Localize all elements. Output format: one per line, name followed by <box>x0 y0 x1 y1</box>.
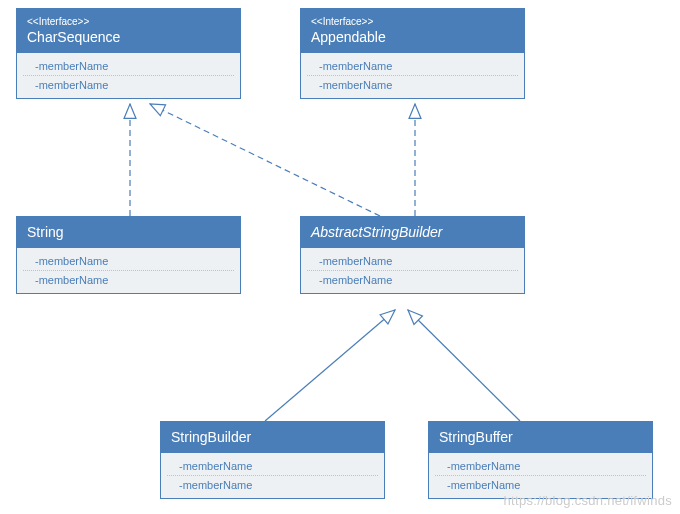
class-member: -memberName <box>23 271 234 289</box>
class-member: -memberName <box>435 476 646 494</box>
stereotype-label: <<Interface>> <box>27 15 230 28</box>
class-abstractstringbuilder: AbstractStringBuilder -memberName -membe… <box>300 216 525 294</box>
edge-asb-charsequence <box>150 104 380 216</box>
class-appendable: <<Interface>> Appendable -memberName -me… <box>300 8 525 99</box>
class-member: -memberName <box>307 57 518 76</box>
class-name-label: StringBuffer <box>439 429 513 445</box>
class-name-label: Appendable <box>311 29 386 45</box>
class-header: AbstractStringBuilder <box>301 217 524 248</box>
class-member: -memberName <box>167 457 378 476</box>
edge-stringbuilder-asb <box>265 310 395 421</box>
class-charsequence: <<Interface>> CharSequence -memberName -… <box>16 8 241 99</box>
class-stringbuffer: StringBuffer -memberName -memberName <box>428 421 653 499</box>
class-body: -memberName -memberName <box>429 453 652 498</box>
class-member: -memberName <box>23 57 234 76</box>
class-member: -memberName <box>435 457 646 476</box>
class-header: StringBuilder <box>161 422 384 453</box>
class-member: -memberName <box>23 252 234 271</box>
class-body: -memberName -memberName <box>301 248 524 293</box>
class-member: -memberName <box>307 252 518 271</box>
class-name-label: CharSequence <box>27 29 120 45</box>
stereotype-label: <<Interface>> <box>311 15 514 28</box>
class-header: <<Interface>> Appendable <box>301 9 524 53</box>
class-body: -memberName -memberName <box>17 53 240 98</box>
watermark-text: https://blog.csdn.net/ifwinds <box>504 493 672 508</box>
class-stringbuilder: StringBuilder -memberName -memberName <box>160 421 385 499</box>
class-body: -memberName -memberName <box>161 453 384 498</box>
edge-stringbuffer-asb <box>408 310 520 421</box>
class-member: -memberName <box>167 476 378 494</box>
class-body: -memberName -memberName <box>17 248 240 293</box>
class-name-label: String <box>27 224 64 240</box>
class-string: String -memberName -memberName <box>16 216 241 294</box>
class-body: -memberName -memberName <box>301 53 524 98</box>
class-member: -memberName <box>23 76 234 94</box>
class-name-label: AbstractStringBuilder <box>311 224 443 240</box>
class-member: -memberName <box>307 271 518 289</box>
class-header: <<Interface>> CharSequence <box>17 9 240 53</box>
class-member: -memberName <box>307 76 518 94</box>
class-header: StringBuffer <box>429 422 652 453</box>
class-name-label: StringBuilder <box>171 429 251 445</box>
class-header: String <box>17 217 240 248</box>
